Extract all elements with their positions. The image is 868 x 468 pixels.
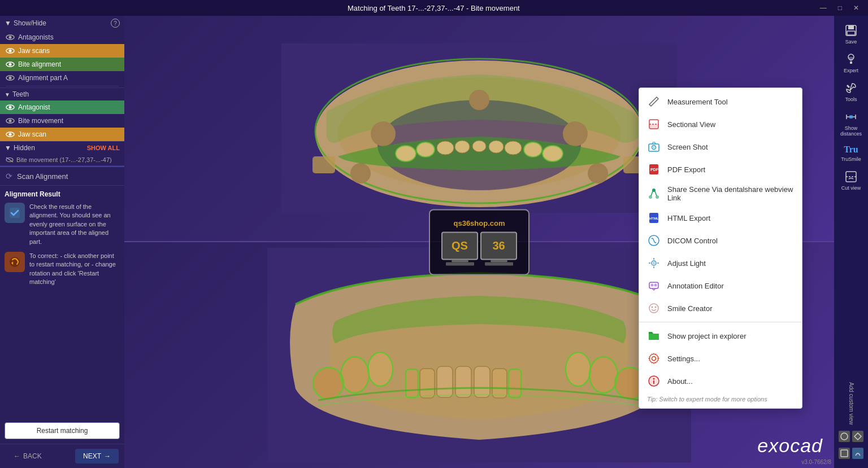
svg-point-116 (653, 378, 655, 380)
version-text: v3.0-7662/8 (801, 459, 831, 465)
menu-settings[interactable]: Settings... (639, 347, 802, 370)
menu-smile-creator[interactable]: Smile Creator (639, 297, 802, 320)
save-label: Save (845, 39, 857, 45)
menu-annotation-editor[interactable]: Annotation Editor (639, 274, 802, 297)
layer-antagonists-label: Antagonists (18, 33, 54, 41)
svg-point-3 (9, 50, 12, 53)
eye-icon (6, 116, 15, 125)
scan-alignment-header: ⟳ Scan Alignment (0, 167, 124, 186)
next-arrow-icon: → (104, 452, 111, 460)
menu-show-project[interactable]: Show project in explorer (639, 325, 802, 347)
svg-rect-51 (509, 369, 521, 397)
custom-icon-4[interactable] (852, 448, 863, 459)
menu-about[interactable]: About... (639, 370, 802, 392)
custom-icon-1[interactable] (839, 431, 850, 442)
layer-jaw-scan-tooth-label: Jaw scan (18, 130, 46, 138)
custom-icon-2[interactable] (852, 431, 863, 442)
context-menu: Measurement Tool Sectional View Screen S… (639, 88, 802, 409)
hidden-label: Hidden (14, 144, 87, 152)
tools-label: Tools (845, 97, 857, 102)
svg-point-32 (455, 141, 470, 153)
layer-jaw-scan-tooth[interactable]: Jaw scan (0, 128, 124, 141)
teeth-section-header[interactable]: ▼ Teeth (0, 88, 124, 100)
svg-point-7 (9, 77, 12, 80)
exocad-logo: exocad (757, 435, 823, 457)
svg-point-109 (649, 304, 658, 313)
svg-text:PDF: PDF (650, 168, 659, 172)
menu-share-scene[interactable]: Share Scene Via dentalshare webview Link (639, 181, 802, 207)
svg-point-33 (472, 141, 486, 152)
nav-buttons: ← BACK NEXT → (0, 444, 124, 468)
menu-dicom-control[interactable]: DICOM Control (639, 229, 802, 252)
svg-rect-42 (313, 156, 335, 173)
layer-alignment-part-a[interactable]: Alignment part A (0, 71, 124, 85)
section-icon (647, 117, 661, 131)
layer-bite-alignment[interactable]: Bite alignment (0, 58, 124, 71)
svg-rect-47 (474, 366, 490, 397)
alignment-info-row-2: To correct: - click another point to res… (5, 252, 120, 287)
svg-point-111 (655, 307, 657, 308)
toolbar-cut-view[interactable]: Cut view (835, 167, 867, 194)
alignment-info-text-1: Check the result of the alignment. You s… (29, 203, 120, 246)
menu-about-label: About... (667, 377, 693, 386)
share-icon (647, 187, 661, 200)
svg-rect-49 (492, 369, 507, 398)
toolbar-show-distances[interactable]: Show distances (835, 107, 867, 140)
menu-pdf-export[interactable]: PDF PDF Export (639, 158, 802, 181)
show-hide-header[interactable]: ▼ Show/Hide ? (0, 16, 124, 30)
layer-jaw-scans[interactable]: Jaw scans (0, 44, 124, 58)
toolbar-expert[interactable]: Expert (835, 49, 867, 77)
close-button[interactable]: ✕ (850, 3, 862, 13)
titlebar: Matching of Teeth 17-...-27,37-...-47 - … (0, 0, 868, 16)
maximize-button[interactable]: □ (835, 3, 845, 13)
custom-view-icons (836, 428, 866, 444)
hidden-item-bite-movement[interactable]: Bite movement (17-...-27,37-...-47) (0, 154, 124, 165)
layer-antagonist-tooth[interactable]: Antagonist (0, 100, 124, 114)
back-button[interactable]: ← BACK (6, 449, 50, 463)
pdf-icon: PDF (647, 163, 661, 176)
svg-rect-48 (420, 369, 435, 398)
upper-jaw-svg (281, 43, 677, 213)
svg-point-35 (505, 141, 522, 155)
restart-matching-button[interactable]: Restart matching (5, 422, 120, 439)
alignment-check-icon-box (5, 203, 25, 223)
annotation-icon (647, 279, 661, 292)
menu-screenshot-label: Screen Shot (667, 143, 708, 151)
menu-share-label: Share Scene Via dentalshare webview Link (667, 185, 794, 202)
check-icon (8, 206, 21, 220)
add-custom-view-button[interactable]: Add custom view (846, 380, 857, 427)
cut-view-label: Cut view (841, 185, 861, 191)
minimize-button[interactable]: — (817, 3, 830, 13)
next-button[interactable]: NEXT → (75, 449, 119, 463)
toolbar-save[interactable]: Save (835, 20, 867, 48)
alignment-result-title: Alignment Result (5, 190, 120, 198)
toolbar-trusmile[interactable]: Tru TruSmile (835, 141, 867, 165)
menu-screenshot[interactable]: Screen Shot (639, 135, 802, 158)
expert-icon (844, 53, 858, 66)
menu-measurement-tool[interactable]: Measurement Tool (639, 90, 802, 113)
eye-icon (6, 33, 15, 42)
layer-bite-movement[interactable]: Bite movement (0, 114, 124, 128)
layer-antagonists[interactable]: Antagonists (0, 30, 124, 44)
menu-sectional-view[interactable]: Sectional View (639, 113, 802, 135)
light-icon (647, 256, 661, 270)
layer-alignment-part-a-label: Alignment part A (18, 74, 68, 82)
menu-html-export[interactable]: HTML HTML Export (639, 207, 802, 229)
svg-line-94 (651, 191, 653, 196)
svg-rect-79 (839, 448, 850, 459)
save-icon (844, 24, 858, 37)
show-hide-section: ▼ Show/Hide ? Antagonists Jaw scans Bite… (0, 16, 124, 166)
svg-point-88 (653, 147, 655, 148)
exocad-text: exocad (757, 435, 823, 456)
help-icon[interactable]: ? (111, 19, 120, 28)
camera-icon (647, 140, 661, 154)
svg-text:HTML: HTML (649, 217, 659, 220)
ruler-icon (647, 95, 661, 108)
toolbar-tools[interactable]: Tools (835, 78, 867, 106)
menu-adjust-light[interactable]: Adjust Light (639, 252, 802, 274)
svg-point-9 (9, 106, 12, 109)
expert-label: Expert (844, 68, 858, 73)
show-all-button[interactable]: SHOW ALL (87, 145, 120, 151)
hidden-section-header[interactable]: ▼ Hidden SHOW ALL (0, 141, 124, 154)
custom-icon-3[interactable] (839, 448, 850, 459)
